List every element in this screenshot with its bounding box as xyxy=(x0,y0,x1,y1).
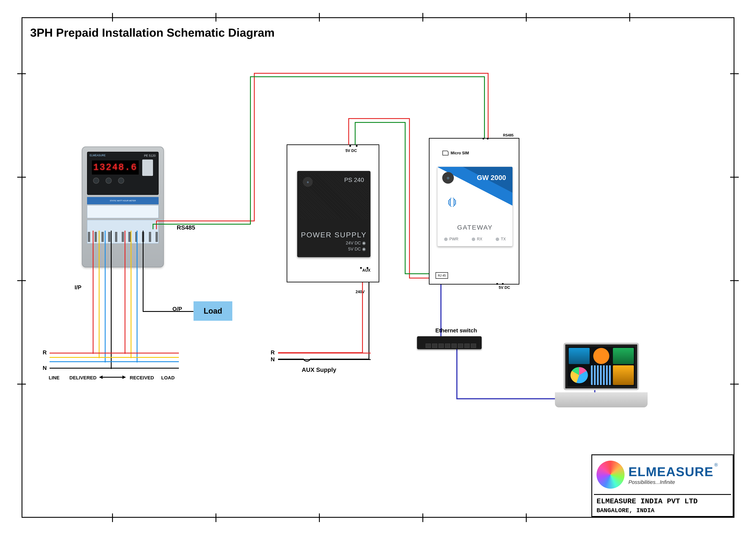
meter-ip-label: I/P xyxy=(74,284,81,291)
meter-buttons xyxy=(93,178,124,183)
laptop-screen xyxy=(564,343,639,390)
company-full-name: ELMEASURE INDIA PVT LTD xyxy=(597,497,728,507)
meter-phase-wires xyxy=(88,231,196,381)
meter-display: 13248.6 xyxy=(92,160,139,175)
load-box: Load xyxy=(194,301,232,321)
led-tx: TX xyxy=(496,237,506,241)
sim-label: Micro SIM xyxy=(451,151,469,155)
dashboard-icon xyxy=(567,347,635,386)
diagram-title: 3PH Prepaid Installation Schematic Diagr… xyxy=(30,26,275,39)
micro-sim-slot: Micro SIM xyxy=(443,151,469,155)
delivered-label: DELIVERED xyxy=(69,375,96,381)
meter-brand: ELMEASURE xyxy=(90,154,106,157)
gw-leds: PWR RX TX xyxy=(438,237,512,241)
ps-logo-icon: ◎ xyxy=(303,177,313,187)
title-block: ELMEASURE Possibilities...Infinite ® ELM… xyxy=(591,454,734,517)
aux-busbar-n xyxy=(278,359,371,360)
led-rx: RX xyxy=(472,237,482,241)
rj45-port: RJ 45 xyxy=(436,272,448,279)
bus-r-label: R xyxy=(43,349,47,356)
aux-busbar-r xyxy=(278,352,371,353)
busbar-y xyxy=(50,357,179,358)
gw-logo-icon: ◎ xyxy=(442,172,454,183)
ethernet-switch-label: Ethernet switch xyxy=(435,327,477,334)
gateway-device: ◎ GW 2000 ⟬⟭ GATEWAY PWR RX TX xyxy=(437,167,513,246)
registered-mark: ® xyxy=(715,462,718,468)
company-location: BANGALORE, INDIA xyxy=(597,507,728,515)
meter-type-band: STATIC WATT HOUR METER xyxy=(87,197,159,204)
elmeasure-logo-icon xyxy=(597,461,625,489)
gw-name: GATEWAY xyxy=(438,224,512,231)
aux-n-label: N xyxy=(271,356,275,363)
gw-rs485-port-label: RS485 xyxy=(503,133,514,137)
received-label: RECEIVED xyxy=(130,375,154,381)
led-pwr: PWR xyxy=(444,237,458,241)
busbar-r xyxy=(50,352,179,353)
aux-r-label: R xyxy=(271,349,275,356)
ethernet-switch xyxy=(417,336,482,349)
direction-arrow xyxy=(99,377,125,378)
load-label-small: LOAD xyxy=(161,375,175,381)
aux-supply-label: AUX Supply xyxy=(302,366,336,373)
busbar-b xyxy=(50,361,179,362)
gw-link-icon: ⟬⟭ xyxy=(446,195,458,209)
laptop-base xyxy=(555,392,648,408)
company-tagline: Possibilities...Infinite xyxy=(629,479,714,485)
busbar-n xyxy=(50,368,179,369)
gateway-enclosure: RS485 Micro SIM ◎ GW 2000 ⟬⟭ GATEWAY PWR… xyxy=(429,138,519,285)
company-name: ELMEASURE xyxy=(629,464,714,479)
laptop xyxy=(555,343,648,408)
ps-aux-wires xyxy=(276,282,373,364)
meter-rating-plate xyxy=(87,205,159,218)
bus-n-label: N xyxy=(43,365,47,371)
gw-model: GW 2000 xyxy=(477,174,506,182)
sim-icon xyxy=(443,151,448,155)
line-label: LINE xyxy=(49,375,60,381)
